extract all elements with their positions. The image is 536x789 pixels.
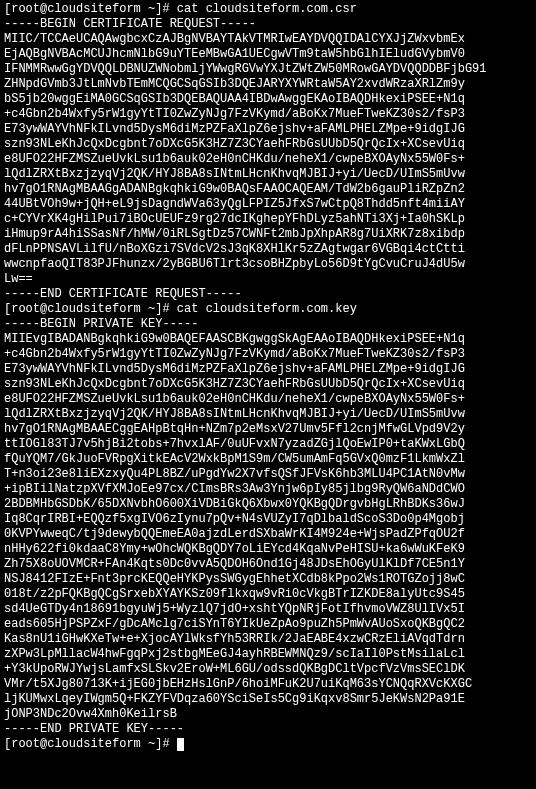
key-body: NSJ8412FIzE+Fnt3prcKEQQeHYKPysSWGygEhhet… xyxy=(4,572,465,586)
key-begin: -----BEGIN PRIVATE KEY----- xyxy=(4,317,198,331)
csr-begin: -----BEGIN CERTIFICATE REQUEST----- xyxy=(4,17,256,31)
csr-body: bS5jb20wggEiMA0GCSqGSIb3DQEBAQUAA4IBDwAw… xyxy=(4,92,465,106)
prompt-line-1: [root@cloudsiteform ~]# cat cloudsitefor… xyxy=(4,2,357,16)
csr-body: IFNMMRwwGgYDVQQLDBNUZWNobmljYWwgRGVwYXJt… xyxy=(4,62,486,76)
key-body: Zh75X8oUOVMCR+FAn4Kqts0Dc0vvA5QDOH6Ond1G… xyxy=(4,557,465,571)
csr-body: e8UFO22HFZMSZueUvkLsu1b6auk02eH0nCHKdu/n… xyxy=(4,152,465,166)
key-body: Kas8nU1iGHwKXeTw+e+XjocAYlWksfYh53RRIk/2… xyxy=(4,632,465,646)
key-body: E73ywWAYVhNFkILvnd5DysM6diMzPZFaXlpZ6ejs… xyxy=(4,362,465,376)
key-body: Iq8CqrIRBI+EQQzf5xgIVO6zIynu7pQv+N4sVUZy… xyxy=(4,512,465,526)
prompt-line-2: [root@cloudsiteform ~]# cat cloudsitefor… xyxy=(4,302,357,316)
csr-body: E73ywWAYVhNFkILvnd5DysM6diMzPZFaXlpZ6ejs… xyxy=(4,122,465,136)
key-body: T+n3oi23e8liEXzxyQu4PL8BZ/uPgdYw2X7vfsQS… xyxy=(4,467,465,481)
key-body: MIIEvgIBADANBgkqhkiG9w0BAQEFAASCBKgwggSk… xyxy=(4,332,465,346)
key-body: 0KVPYwweqC/tj9dewybQQEmeEA0ajzdLerdSXbaW… xyxy=(4,527,465,541)
key-body: nHHy622fi0kdaaC8Ymy+wOhcWQKBgQDY7oLiEYcd… xyxy=(4,542,465,556)
key-body: e8UFO22HFZMSZueUvkLsu1b6auk02eH0nCHKdu/n… xyxy=(4,392,465,406)
csr-end: -----END CERTIFICATE REQUEST----- xyxy=(4,287,242,301)
terminal-output[interactable]: [root@cloudsiteform ~]# cat cloudsitefor… xyxy=(0,0,536,754)
key-body: 018t/z2pFQKBgQCgSrxebXYAYKSz09flkxqw9vRi… xyxy=(4,587,465,601)
csr-body: ZHNpdGVmb3JtLmNvbTEmMCQGCSqGSIb3DQEJARYX… xyxy=(4,77,465,91)
csr-body: dFLnPPNSAVLilfU/nBoXGzi7SVdcV2sJ3qK8XHlK… xyxy=(4,242,465,256)
csr-body: Lw== xyxy=(4,272,33,286)
key-body: +c4Gbn2b4Wxfy5rW1gyYtTI0ZwZyNJg7FzVKymd/… xyxy=(4,347,465,361)
key-body: ljKUMwxLqeyIWgm5Q+FKZYFVDqza60YSciSeIs5C… xyxy=(4,692,465,706)
key-body: ttIOGl83TJ7v5hjBi2tobs+7hvxlAF/0uUFvxN7y… xyxy=(4,437,465,451)
csr-body: lQdlZRXtBxzjzyqVj2QK/HYJ8BA8sINtmLHcnKhv… xyxy=(4,167,465,181)
key-body: eads605HjPSPZxF/gDcAMclg7ciSYnT6YIkUeZpA… xyxy=(4,617,465,631)
csr-body: iHmup9rA4hiSSasNf/hMW/0iRLSgtDz57CWNFt2m… xyxy=(4,227,465,241)
csr-body: c+CYVrXK4gHilPui7iBOcUEUFz9rg27dcIKghepY… xyxy=(4,212,465,226)
key-body: fQuYQM7/GkJuoFVRpgXitkEAcV2WxkBpM1S9m/CW… xyxy=(4,452,465,466)
key-body: szn93NLeKhJcQxDcgbnt7oDXcG5K3HZ7Z3CYaehF… xyxy=(4,377,465,391)
csr-body: +c4Gbn2b4Wxfy5rW1gyYtTI0ZwZyNJg7FzVKymd/… xyxy=(4,107,465,121)
key-body: +Y3kUpoRWJYwjsLamfxSLSkv2EroW+ML6GU/odss… xyxy=(4,662,465,676)
key-body: hv7gO1RNAgMBAAECggEAHpBtqHn+NZm7p2eMsxV2… xyxy=(4,422,465,436)
key-body: VMr/t5XJg80713K+ijEG0jbEHzHslGnP/6hoiMFu… xyxy=(4,677,472,691)
prompt-line-3: [root@cloudsiteform ~]# xyxy=(4,737,177,751)
csr-body: 44UBtVOh9w+jQH+eL9jsDagndWVa63yQgLFPIZ5J… xyxy=(4,197,465,211)
csr-body: szn93NLeKhJcQxDcgbnt7oDXcG5K3HZ7Z3CYaehF… xyxy=(4,137,465,151)
csr-body: hv7gO1RNAgMBAAGgADANBgkqhkiG9w0BAQsFAAOC… xyxy=(4,182,465,196)
key-body: sd4UeGTDy4n18691bgyuWj5+WyzlQ7jdO+xshtYQ… xyxy=(4,602,465,616)
terminal-cursor xyxy=(177,738,184,751)
csr-body: EjAQBgNVBAcMCUJhcmNlbG9uYTEeMBwGA1UECgwV… xyxy=(4,47,465,61)
csr-body: MIIC/TCCAeUCAQAwgbcxCzAJBgNVBAYTAkVTMRIw… xyxy=(4,32,465,46)
key-body: zXPw3LpMllacW4hwFgqPxj2stbgMEeGJ4ayhRBEW… xyxy=(4,647,465,661)
key-body: jONP3NDc2Ovw4Xmh0KeilrsB xyxy=(4,707,177,721)
csr-body: wwcnpfaoQIT83PJFhunzx/2yBGBU6Tlrt3csoBHZ… xyxy=(4,257,465,271)
key-body: lQdlZRXtBxzjzyqVj2QK/HYJ8BA8sINtmLHcnKhv… xyxy=(4,407,465,421)
key-end: -----END PRIVATE KEY----- xyxy=(4,722,184,736)
key-body: 2BDBMHbGSDbK/65DXNvbhO600XiVDBiGkQ6Xbwx0… xyxy=(4,497,465,511)
key-body: +ipBIilNatzpXVfXMJoEe97cx/CImsBRs3Aw3Ynj… xyxy=(4,482,465,496)
